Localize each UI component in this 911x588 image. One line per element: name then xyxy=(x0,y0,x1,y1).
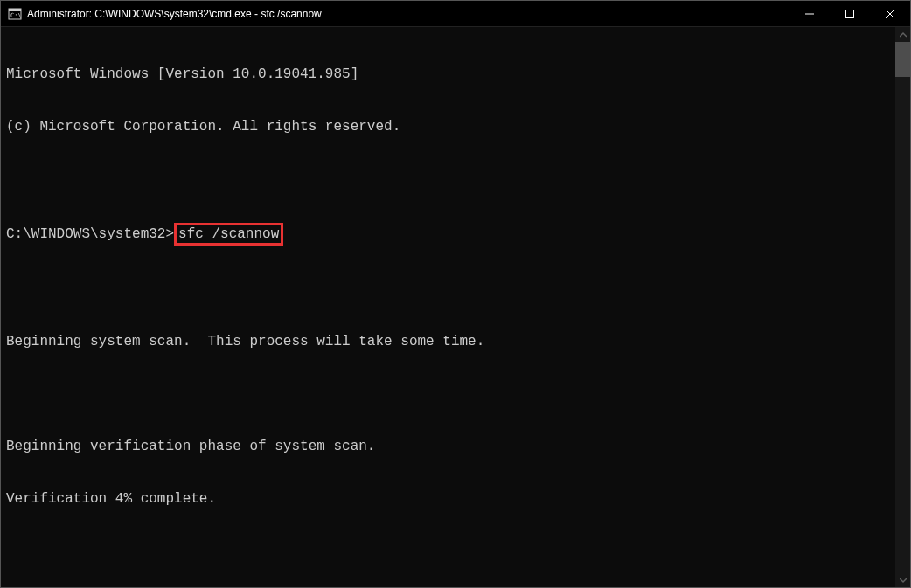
prompt-text: C:\WINDOWS\system32> xyxy=(6,225,174,243)
blank-line xyxy=(6,280,890,298)
version-line: Microsoft Windows [Version 10.0.19041.98… xyxy=(6,66,890,83)
command-highlight: sfc /scannow xyxy=(174,223,283,246)
vertical-scrollbar[interactable] xyxy=(895,27,910,587)
command-text: sfc /scannow xyxy=(178,226,279,242)
scroll-up-arrow-icon[interactable] xyxy=(895,27,910,42)
scroll-thumb[interactable] xyxy=(895,42,910,77)
scroll-track[interactable] xyxy=(895,42,910,572)
window-controls xyxy=(789,1,910,26)
svg-text:C:\: C:\ xyxy=(10,12,22,19)
verification-begin-line: Beginning verification phase of system s… xyxy=(6,438,890,455)
blank-line xyxy=(6,170,890,188)
titlebar[interactable]: C:\ Administrator: C:\WINDOWS\system32\c… xyxy=(1,1,910,27)
window-title: Administrator: C:\WINDOWS\system32\cmd.e… xyxy=(27,8,789,20)
close-button[interactable] xyxy=(870,1,910,26)
scroll-down-arrow-icon[interactable] xyxy=(895,572,910,587)
scan-begin-line: Beginning system scan. This process will… xyxy=(6,333,890,350)
verification-progress-line: Verification 4% complete. xyxy=(6,490,890,508)
svg-rect-1 xyxy=(9,9,21,11)
svg-rect-4 xyxy=(846,10,854,17)
terminal-output[interactable]: Microsoft Windows [Version 10.0.19041.98… xyxy=(1,27,895,587)
content-area: Microsoft Windows [Version 10.0.19041.98… xyxy=(1,27,910,587)
cmd-window: C:\ Administrator: C:\WINDOWS\system32\c… xyxy=(0,0,911,588)
prompt-line: C:\WINDOWS\system32>sfc /scannow xyxy=(6,223,890,246)
copyright-line: (c) Microsoft Corporation. All rights re… xyxy=(6,118,890,135)
cmd-icon: C:\ xyxy=(8,7,22,21)
minimize-button[interactable] xyxy=(789,1,830,26)
blank-line xyxy=(6,385,890,403)
maximize-button[interactable] xyxy=(830,1,870,26)
